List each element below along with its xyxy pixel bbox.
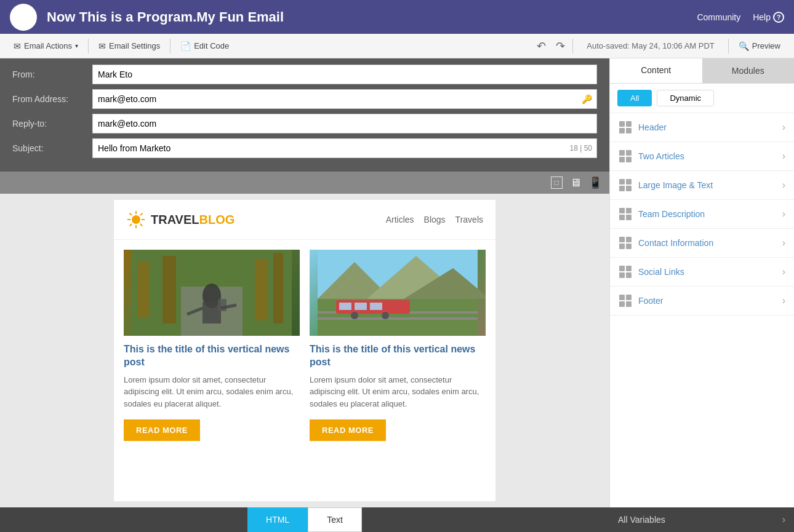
app-title: Now This is a Program.My Fun Email bbox=[47, 9, 687, 25]
svg-rect-16 bbox=[255, 259, 267, 320]
top-header: Now This is a Program.My Fun Email Commu… bbox=[0, 0, 794, 34]
module-item-large-image[interactable]: Large Image & Text › bbox=[610, 171, 794, 200]
logo bbox=[10, 4, 37, 31]
sun-logo-icon bbox=[126, 210, 146, 229]
svg-rect-0 bbox=[17, 18, 19, 23]
svg-rect-39 bbox=[619, 128, 625, 133]
svg-point-36 bbox=[382, 312, 389, 319]
article-2: This is the title of this vertical news … bbox=[310, 250, 486, 441]
svg-rect-49 bbox=[619, 208, 625, 213]
dropdown-icon: ▾ bbox=[75, 42, 78, 49]
bottom-left: HTML Text bbox=[0, 507, 609, 532]
svg-rect-51 bbox=[619, 215, 625, 220]
tab-content[interactable]: Content bbox=[610, 58, 702, 83]
settings-email-icon: ✉ bbox=[98, 41, 106, 51]
community-link[interactable]: Community bbox=[697, 12, 740, 22]
svg-line-11 bbox=[140, 213, 143, 216]
subject-input[interactable] bbox=[92, 138, 597, 158]
subject-row: Subject: 18 | 50 bbox=[12, 138, 597, 158]
subject-label: Subject: bbox=[12, 143, 92, 153]
svg-rect-44 bbox=[626, 157, 632, 162]
email-fields: From: From Address: 🔑 Reply-to: Subject:… bbox=[0, 58, 609, 172]
email-actions-button[interactable]: ✉ Email Actions ▾ bbox=[7, 38, 84, 54]
help-link[interactable]: Help bbox=[753, 12, 771, 22]
module-item-footer[interactable]: Footer › bbox=[610, 287, 794, 316]
module-name-footer: Footer bbox=[638, 296, 776, 306]
nav-travels[interactable]: Travels bbox=[455, 215, 483, 224]
separator4 bbox=[728, 39, 729, 54]
collapse-icon[interactable]: □ bbox=[551, 177, 563, 189]
preview-label: Preview bbox=[752, 41, 780, 50]
module-item-header[interactable]: Header › bbox=[610, 113, 794, 142]
bottom-bar: HTML Text All Variables › bbox=[0, 507, 794, 532]
chevron-icon-contact-information: › bbox=[782, 237, 785, 248]
tab-modules[interactable]: Modules bbox=[702, 58, 795, 83]
svg-line-10 bbox=[140, 224, 143, 226]
mobile-icon[interactable]: 📱 bbox=[588, 176, 602, 189]
module-item-contact-information[interactable]: Contact Information › bbox=[610, 229, 794, 258]
module-list: Header › Two Articles › bbox=[610, 113, 794, 507]
svg-rect-38 bbox=[626, 121, 632, 127]
svg-rect-15 bbox=[162, 256, 176, 324]
module-name-header: Header bbox=[638, 122, 776, 132]
tab-text-button[interactable]: Text bbox=[308, 507, 362, 532]
redo-button[interactable]: ↷ bbox=[552, 38, 569, 54]
module-grid-icon-contact-information bbox=[619, 236, 632, 250]
svg-rect-57 bbox=[619, 266, 625, 271]
article-1-read-more[interactable]: READ MORE bbox=[124, 419, 200, 441]
svg-line-12 bbox=[130, 224, 132, 226]
svg-rect-56 bbox=[626, 244, 632, 249]
bottom-chevron-icon[interactable]: › bbox=[782, 514, 785, 525]
reply-to-input[interactable] bbox=[92, 114, 597, 133]
nav-articles[interactable]: Articles bbox=[386, 215, 414, 224]
nav-blogs[interactable]: Blogs bbox=[424, 215, 446, 224]
svg-rect-50 bbox=[626, 208, 632, 213]
filter-all-button[interactable]: All bbox=[617, 90, 652, 106]
svg-rect-2 bbox=[24, 13, 26, 23]
module-grid-icon-social-links bbox=[619, 265, 632, 279]
edit-code-label: Edit Code bbox=[194, 41, 229, 50]
article-2-image bbox=[310, 250, 486, 336]
module-item-social-links[interactable]: Social Links › bbox=[610, 258, 794, 287]
svg-rect-62 bbox=[626, 295, 632, 300]
subject-count: 18 | 50 bbox=[570, 144, 592, 153]
article-2-read-more[interactable]: READ MORE bbox=[310, 419, 386, 441]
from-input[interactable] bbox=[92, 65, 597, 84]
email-header-bar: TRAVELBLOG Articles Blogs Travels bbox=[114, 200, 495, 240]
email-settings-button[interactable]: ✉ Email Settings bbox=[92, 38, 166, 54]
undo-button[interactable]: ↶ bbox=[533, 38, 550, 54]
svg-rect-37 bbox=[619, 121, 625, 127]
toolbar: ✉ Email Actions ▾ ✉ Email Settings 📄 Edi… bbox=[0, 34, 794, 58]
tab-html-button[interactable]: HTML bbox=[247, 507, 308, 532]
svg-line-9 bbox=[130, 213, 132, 216]
chevron-icon-social-links: › bbox=[782, 266, 785, 277]
svg-rect-33 bbox=[355, 303, 367, 310]
chevron-icon-two-articles: › bbox=[782, 151, 785, 162]
article-2-body: Lorem ipsum dolor sit amet, consectetur … bbox=[310, 374, 486, 410]
email-articles: This is the title of this vertical news … bbox=[114, 240, 495, 451]
right-tabs: Content Modules bbox=[610, 58, 794, 84]
chevron-icon-header: › bbox=[782, 122, 785, 133]
svg-rect-17 bbox=[273, 253, 283, 324]
svg-rect-55 bbox=[619, 244, 625, 249]
article-1-body: Lorem ipsum dolor sit amet, consectetur … bbox=[124, 374, 300, 410]
filter-dynamic-button[interactable]: Dynamic bbox=[657, 90, 714, 106]
module-item-two-articles[interactable]: Two Articles › bbox=[610, 142, 794, 171]
preview-button[interactable]: 🔍 Preview bbox=[732, 38, 787, 54]
preview-scroll[interactable]: TRAVELBLOG Articles Blogs Travels bbox=[0, 194, 609, 507]
article-1-image bbox=[124, 250, 300, 336]
svg-rect-40 bbox=[626, 128, 632, 133]
email-nav: Articles Blogs Travels bbox=[386, 215, 483, 224]
edit-code-button[interactable]: 📄 Edit Code bbox=[174, 38, 235, 54]
blog-title: TRAVELBLOG bbox=[151, 213, 235, 227]
desktop-icon[interactable]: 🖥 bbox=[570, 177, 581, 189]
reply-to-label: Reply-to: bbox=[12, 119, 92, 129]
undo-redo: ↶ ↷ bbox=[533, 38, 569, 54]
from-address-input[interactable] bbox=[92, 89, 597, 109]
email-settings-label: Email Settings bbox=[109, 41, 160, 50]
module-grid-icon-team-description bbox=[619, 207, 632, 221]
article-2-title: This is the title of this vertical news … bbox=[310, 343, 486, 369]
module-item-team-description[interactable]: Team Description › bbox=[610, 200, 794, 229]
main-layout: From: From Address: 🔑 Reply-to: Subject:… bbox=[0, 58, 794, 507]
module-grid-icon-header bbox=[619, 121, 632, 134]
